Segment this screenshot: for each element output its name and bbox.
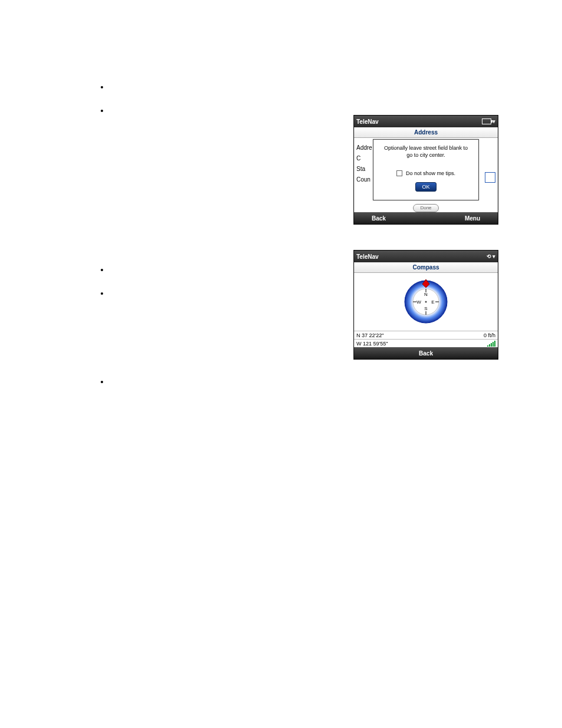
svg-text:N: N — [424, 292, 428, 297]
field-labels: Addre C Sta Coun — [356, 143, 372, 185]
figure-address-dialog: TeleNav ▾ Address Addre C Sta Coun Done … — [353, 115, 498, 225]
signal-icon: ▾ — [492, 253, 495, 259]
signal-bars-icon — [487, 341, 495, 347]
page-header: Compass — [354, 262, 498, 273]
softkey-back[interactable]: Back — [419, 350, 433, 357]
softkey-menu[interactable]: Menu — [465, 215, 480, 222]
text-field[interactable] — [485, 172, 495, 183]
app-title: TeleNav — [356, 253, 379, 260]
checkbox-label: Do not show me tips. — [406, 170, 455, 176]
speed-value: 0 ft/h — [484, 332, 495, 338]
bullet-item — [109, 83, 497, 91]
dont-show-checkbox[interactable] — [396, 170, 402, 176]
ok-button[interactable]: OK — [415, 182, 437, 192]
longitude-value: W 121 59'55" — [356, 341, 388, 347]
battery-icon — [482, 118, 491, 124]
bullet-item — [109, 377, 497, 386]
page-header: Address — [354, 127, 498, 138]
app-title: TeleNav — [356, 118, 379, 125]
dialog-message: Optionally leave street field blank to g… — [377, 144, 475, 159]
latitude-value: N 37 22'22" — [356, 332, 384, 338]
svg-text:S: S — [424, 306, 427, 311]
figure-compass: TeleNav ⟲ ▾ Compass — [353, 250, 498, 360]
bullet-item — [109, 106, 497, 114]
device-titlebar: TeleNav ⟲ ▾ — [354, 251, 498, 262]
svg-text:E: E — [431, 299, 434, 305]
connection-icon: ⟲ — [487, 253, 491, 259]
done-button[interactable]: Done — [413, 204, 439, 212]
svg-point-7 — [425, 301, 427, 303]
compass-graphic: N S E W — [354, 273, 498, 331]
signal-icon: ▾ — [492, 118, 495, 124]
softkey-back[interactable]: Back — [372, 215, 386, 222]
device-titlebar: TeleNav ▾ — [354, 116, 498, 127]
tip-dialog: Optionally leave street field blank to g… — [373, 139, 479, 200]
svg-text:W: W — [416, 299, 421, 305]
